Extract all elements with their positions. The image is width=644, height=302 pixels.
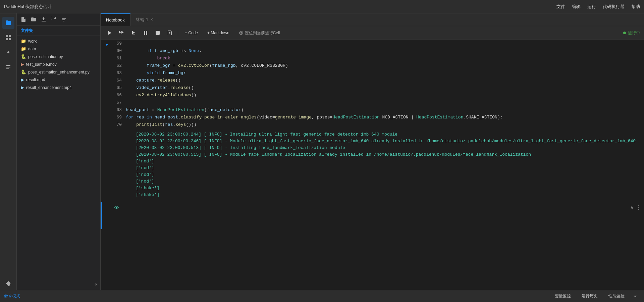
sidebar-item-folder[interactable] xyxy=(2,17,14,29)
empty-cell-indicator: 👁 xyxy=(102,202,122,213)
menu-kernel[interactable]: 代码执行器 xyxy=(603,4,625,10)
list-item[interactable]: 📁 data xyxy=(17,45,100,53)
line-code: head_post = HeadPostEstimation(face_dete… xyxy=(126,106,644,114)
file-name: work xyxy=(28,39,37,44)
output-line: ['nod'] xyxy=(136,165,640,171)
run-below-button[interactable] xyxy=(129,28,138,38)
code-line: 68 head_post = HeadPostEstimation(face_d… xyxy=(112,106,644,114)
expand-icon[interactable]: ▾ xyxy=(106,42,108,47)
svg-rect-7 xyxy=(156,31,160,35)
add-markdown-button[interactable]: + Markdown xyxy=(204,29,233,37)
separator xyxy=(178,30,178,36)
collapse-icon[interactable]: ∧ xyxy=(630,204,634,211)
add-code-label: + Code xyxy=(185,31,198,35)
title-bar: PaddleHub头部姿态估计 文件 编辑 运行 代码执行器 帮助 xyxy=(0,0,644,13)
line-number: 62 xyxy=(112,62,126,69)
sidebar-item-settings[interactable] xyxy=(2,278,14,290)
line-number: 70 xyxy=(112,121,126,129)
code-line: 69 for res in head_post.classify_pose_in… xyxy=(112,114,644,121)
menu-file[interactable]: 文件 xyxy=(556,4,565,10)
folder-icon: 📁 xyxy=(21,46,26,51)
output-block: [2020-08-02 23:00:00,244] [ INFO] - Inst… xyxy=(112,129,644,201)
file-name: pose_estimation_enhancement.py xyxy=(28,70,90,74)
line-number: 59 xyxy=(112,40,126,47)
line-number: 64 xyxy=(112,77,126,84)
output-line: [2020-08-02 23:00:00,515] [ INFO] - Modu… xyxy=(136,151,640,158)
collapse-bottom-button[interactable] xyxy=(631,292,640,301)
variable-monitor-button[interactable]: 变量监控 xyxy=(550,292,576,300)
output-line: [2020-08-02 23:00:00,513] [ INFO] - Inst… xyxy=(136,145,640,151)
file-list: 📁 work 📁 data 🐍 pose_estimation.py ▶ tes… xyxy=(17,36,100,279)
mode-label: 命令模式 xyxy=(4,293,20,299)
line-number: 61 xyxy=(112,55,126,62)
empty-cell[interactable]: 👁 ∧ ⋮ xyxy=(101,202,644,229)
bottom-bar: 命令模式 变量监控 运行历史 性能监控 xyxy=(0,290,644,302)
file-icon: ▶ xyxy=(21,62,24,67)
upload-button[interactable] xyxy=(40,15,48,23)
file-icon: 🐍 xyxy=(21,69,26,74)
new-file-button[interactable] xyxy=(19,15,28,23)
add-markdown-label: + Markdown xyxy=(207,31,229,35)
tab-label: 终端-1 xyxy=(136,17,149,23)
line-code: video_writer.release() xyxy=(126,84,644,92)
file-panel: 文件夹 📁 work 📁 data 🐍 pose_estimation.py ▶… xyxy=(17,13,101,290)
file-name: result_enhancement.mp4 xyxy=(26,85,71,90)
menu-edit[interactable]: 编辑 xyxy=(572,4,581,10)
sidebar-item-env[interactable] xyxy=(2,46,14,58)
stop-button[interactable] xyxy=(153,28,162,38)
code-content[interactable]: ▾ 59 60 if frame_rgb is None: xyxy=(101,40,644,290)
run-history-button[interactable]: 运行历史 xyxy=(577,292,602,300)
list-item[interactable]: 🐍 pose_estimation_enhancement.py xyxy=(17,68,100,76)
file-name: test_sample.mov xyxy=(26,62,57,67)
line-code: for res in head_post.classify_pose_in_eu… xyxy=(126,114,644,121)
app-title: PaddleHub头部姿态估计 xyxy=(4,4,52,10)
add-code-button[interactable]: + Code xyxy=(181,29,201,37)
code-line: 62 frame_bgr = cv2.cvtColor(frame_rgb, c… xyxy=(112,62,644,69)
sidebar-item-dataset[interactable] xyxy=(2,32,14,44)
sidebar-item-version[interactable] xyxy=(2,61,14,73)
close-icon[interactable]: ✕ xyxy=(150,17,153,22)
svg-rect-5 xyxy=(144,31,145,35)
refresh-button[interactable] xyxy=(50,15,58,23)
code-line: 70 print(list(res.keys())) xyxy=(112,121,644,129)
file-panel-toolbar xyxy=(17,13,100,26)
menu-bar: 文件 编辑 运行 代码执行器 帮助 xyxy=(556,4,640,10)
line-code: print(list(res.keys())) xyxy=(126,121,644,129)
file-name: result.mp4 xyxy=(26,78,45,82)
performance-monitor-button[interactable]: 性能监控 xyxy=(604,292,629,300)
new-folder-button[interactable] xyxy=(30,15,38,23)
main-layout: 文件夹 📁 work 📁 data 🐍 pose_estimation.py ▶… xyxy=(0,13,644,290)
code-line: 61 break xyxy=(112,55,644,62)
eye-icon[interactable]: 👁 xyxy=(114,205,119,210)
list-item[interactable]: 🐍 pose_estimation.py xyxy=(17,53,100,60)
list-item[interactable]: 📁 work xyxy=(17,37,100,45)
svg-point-9 xyxy=(240,33,241,34)
line-number: 63 xyxy=(112,69,126,77)
run-all-button[interactable] xyxy=(117,28,126,38)
list-item[interactable]: ▶ result.mp4 xyxy=(17,76,100,84)
locate-button[interactable]: 定位到当前运行Cell xyxy=(235,29,283,37)
file-icon: 🐍 xyxy=(21,54,26,59)
file-icon: ▶ xyxy=(21,77,24,82)
more-icon[interactable]: ⋮ xyxy=(636,204,641,211)
icon-sidebar xyxy=(0,13,17,290)
tab-notebook[interactable]: Notebook xyxy=(101,13,130,26)
sort-button[interactable] xyxy=(60,15,68,23)
tab-terminal[interactable]: 终端-1 ✕ xyxy=(130,13,159,26)
line-code: yield frame_bgr xyxy=(126,69,644,77)
cell-body: 59 60 if frame_rgb is None: 61 break xyxy=(112,40,644,201)
collapse-panel-button[interactable]: « xyxy=(95,281,98,287)
line-number: 69 xyxy=(112,114,126,121)
line-number: 60 xyxy=(112,47,126,55)
list-item[interactable]: ▶ result_enhancement.mp4 xyxy=(17,84,100,91)
list-item[interactable]: ▶ test_sample.mov xyxy=(17,60,100,68)
pause-button[interactable] xyxy=(141,28,150,38)
run-button[interactable] xyxy=(105,28,114,38)
menu-run[interactable]: 运行 xyxy=(587,4,596,10)
notebook-toolbar: + Code + Markdown 定位到当前运行Cell 运行中 xyxy=(101,26,644,40)
file-name: pose_estimation.py xyxy=(28,54,63,59)
running-label: 运行中 xyxy=(628,30,640,36)
menu-help[interactable]: 帮助 xyxy=(631,4,640,10)
code-line: 60 if frame_rgb is None: xyxy=(112,47,644,55)
save-button[interactable] xyxy=(165,28,174,38)
